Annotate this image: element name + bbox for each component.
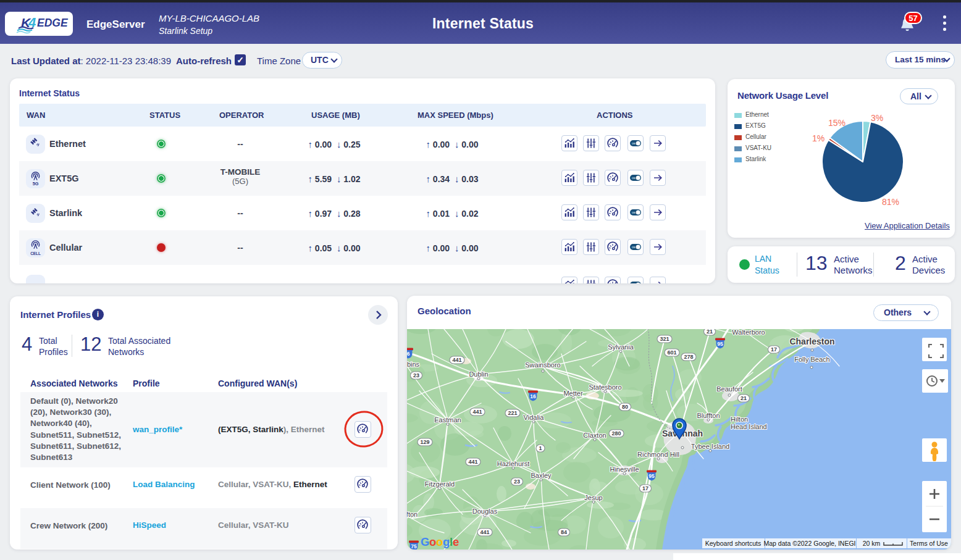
svg-text:g: g xyxy=(443,535,450,548)
svg-text:23: 23 xyxy=(514,479,520,485)
svg-text:Dublin: Dublin xyxy=(469,370,488,378)
svg-text:Sylvania: Sylvania xyxy=(608,343,634,351)
svg-text:Statesboro: Statesboro xyxy=(589,383,621,391)
svg-text:Baxley: Baxley xyxy=(531,472,552,479)
svg-text:280: 280 xyxy=(611,430,621,437)
svg-text:441: 441 xyxy=(468,459,477,465)
svg-text:G: G xyxy=(421,535,429,548)
svg-text:Charleston: Charleston xyxy=(789,336,834,346)
svg-text:278: 278 xyxy=(684,354,693,360)
svg-text:Jesup: Jesup xyxy=(584,494,602,501)
svg-text:21: 21 xyxy=(707,329,713,335)
svg-text:Head Island: Head Island xyxy=(731,423,767,430)
svg-text:o: o xyxy=(436,535,443,548)
svg-text:EDGE: EDGE xyxy=(37,17,69,29)
svg-text:16: 16 xyxy=(530,393,536,399)
svg-text:Fitzgerald: Fitzgerald xyxy=(425,480,455,488)
svg-text:ON: ON xyxy=(632,177,636,180)
svg-text:Walterboro: Walterboro xyxy=(732,329,765,336)
svg-text:e: e xyxy=(453,535,459,548)
svg-text:Bluffton: Bluffton xyxy=(697,412,720,419)
svg-text:20 km: 20 km xyxy=(863,540,881,547)
svg-text:Douglas: Douglas xyxy=(472,508,498,515)
svg-text:fton: fton xyxy=(407,511,418,518)
svg-text:ON: ON xyxy=(632,143,636,145)
svg-text:Folly Beach: Folly Beach xyxy=(794,356,829,363)
svg-text:CELL: CELL xyxy=(30,251,41,256)
svg-text:441: 441 xyxy=(452,357,461,363)
svg-text:601: 601 xyxy=(667,349,676,356)
svg-text:75: 75 xyxy=(411,543,417,550)
svg-text:Richmond Hill: Richmond Hill xyxy=(637,451,679,458)
svg-text:17: 17 xyxy=(771,346,777,353)
svg-text:Hazlehurst: Hazlehurst xyxy=(497,460,530,467)
svg-text:95: 95 xyxy=(648,473,655,479)
svg-text:84: 84 xyxy=(561,529,567,535)
svg-text:23: 23 xyxy=(413,372,419,378)
svg-text:221: 221 xyxy=(508,410,517,416)
svg-text:441: 441 xyxy=(480,529,489,535)
svg-text:321: 321 xyxy=(660,336,669,342)
svg-text:Terms of Use: Terms of Use xyxy=(910,540,948,547)
svg-text:Vidalia: Vidalia xyxy=(524,414,545,421)
svg-text:Tybee Island: Tybee Island xyxy=(691,443,729,450)
svg-text:17: 17 xyxy=(642,485,648,491)
svg-text:80: 80 xyxy=(622,404,628,410)
svg-text:21: 21 xyxy=(741,395,747,401)
svg-text:ON: ON xyxy=(632,212,636,214)
svg-text:6: 6 xyxy=(407,351,410,357)
svg-text:Swainsboro: Swainsboro xyxy=(525,361,560,369)
svg-text:Beaufort: Beaufort xyxy=(716,385,742,393)
svg-text:441: 441 xyxy=(472,409,482,415)
svg-text:Keyboard shortcuts: Keyboard shortcuts xyxy=(705,540,761,547)
svg-text:ON: ON xyxy=(632,246,636,249)
svg-text:o: o xyxy=(429,535,436,548)
svg-text:Hilton: Hilton xyxy=(731,416,748,423)
svg-text:Hinesville: Hinesville xyxy=(610,466,639,473)
svg-text:129: 129 xyxy=(420,439,429,445)
svg-text:Claxton: Claxton xyxy=(583,432,606,439)
svg-text:95: 95 xyxy=(717,341,723,347)
svg-text:1: 1 xyxy=(539,445,542,451)
svg-text:Metter: Metter xyxy=(563,390,583,397)
svg-text:5G: 5G xyxy=(33,181,39,186)
svg-text:bins: bins xyxy=(407,361,420,368)
svg-text:Eastman: Eastman xyxy=(434,416,461,424)
svg-text:Map data ©2022 Google, INEGI: Map data ©2022 Google, INEGI xyxy=(764,540,856,547)
